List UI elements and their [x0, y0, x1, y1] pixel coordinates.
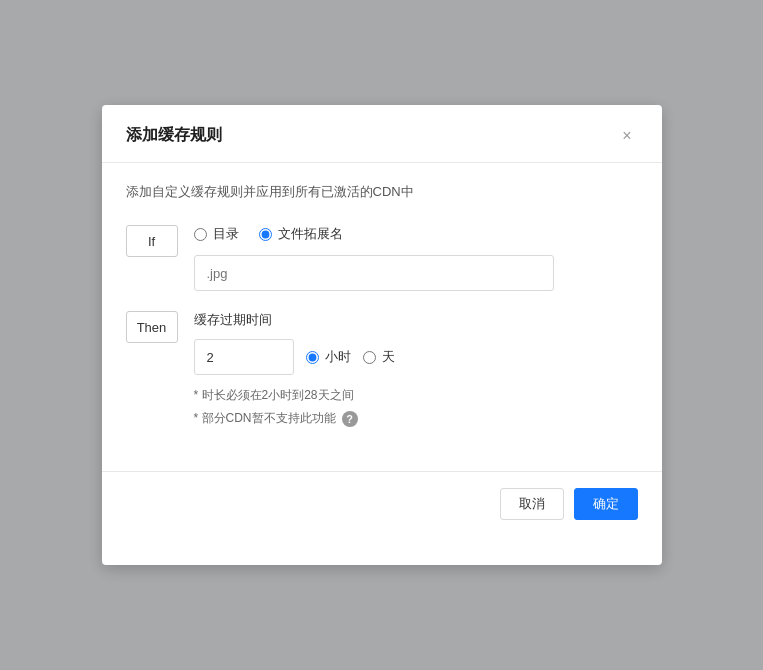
- dialog-body: 添加自定义缓存规则并应用到所有已激活的CDN中 If 目录 文件拓展名: [102, 163, 662, 451]
- then-label-box: Then: [126, 311, 178, 343]
- then-content: 缓存过期时间 小时 天 * 时长必须在2小时到28天之间: [194, 311, 638, 427]
- dialog-title: 添加缓存规则: [126, 125, 222, 146]
- cancel-button[interactable]: 取消: [500, 488, 564, 520]
- help-icon[interactable]: ?: [342, 411, 358, 427]
- hint-cdn-row: * 部分CDN暂不支持此功能 ?: [194, 410, 638, 427]
- hint-duration: * 时长必须在2小时到28天之间: [194, 387, 638, 404]
- if-radio-directory[interactable]: 目录: [194, 225, 239, 243]
- radio-day-input[interactable]: [363, 351, 376, 364]
- if-radio-extension[interactable]: 文件拓展名: [259, 225, 343, 243]
- then-section: Then 缓存过期时间 小时 天: [126, 311, 638, 427]
- radio-hour-input[interactable]: [306, 351, 319, 364]
- cache-duration-input[interactable]: [194, 339, 294, 375]
- radio-day-label: 天: [382, 348, 395, 366]
- then-radio-day[interactable]: 天: [363, 348, 395, 366]
- then-label: Then: [137, 320, 167, 335]
- if-radio-group: 目录 文件拓展名: [194, 225, 638, 243]
- radio-extension-input[interactable]: [259, 228, 272, 241]
- dialog-overlay: 添加缓存规则 × 添加自定义缓存规则并应用到所有已激活的CDN中 If 目录: [0, 0, 763, 670]
- radio-directory-label: 目录: [213, 225, 239, 243]
- then-radio-hour[interactable]: 小时: [306, 348, 351, 366]
- close-button[interactable]: ×: [616, 126, 637, 146]
- dialog-footer: 取消 确定: [102, 471, 662, 536]
- if-text-input[interactable]: [194, 255, 554, 291]
- if-label-box: If: [126, 225, 178, 257]
- radio-directory-input[interactable]: [194, 228, 207, 241]
- if-label: If: [148, 234, 155, 249]
- dialog: 添加缓存规则 × 添加自定义缓存规则并应用到所有已激活的CDN中 If 目录: [102, 105, 662, 565]
- dialog-header: 添加缓存规则 ×: [102, 105, 662, 163]
- confirm-button[interactable]: 确定: [574, 488, 638, 520]
- radio-hour-label: 小时: [325, 348, 351, 366]
- dialog-description: 添加自定义缓存规则并应用到所有已激活的CDN中: [126, 183, 638, 201]
- hint-cdn: * 部分CDN暂不支持此功能: [194, 410, 336, 427]
- if-content: 目录 文件拓展名: [194, 225, 638, 291]
- then-row: 小时 天: [194, 339, 638, 375]
- then-section-label: 缓存过期时间: [194, 311, 638, 329]
- radio-extension-label: 文件拓展名: [278, 225, 343, 243]
- if-section: If 目录 文件拓展名: [126, 225, 638, 291]
